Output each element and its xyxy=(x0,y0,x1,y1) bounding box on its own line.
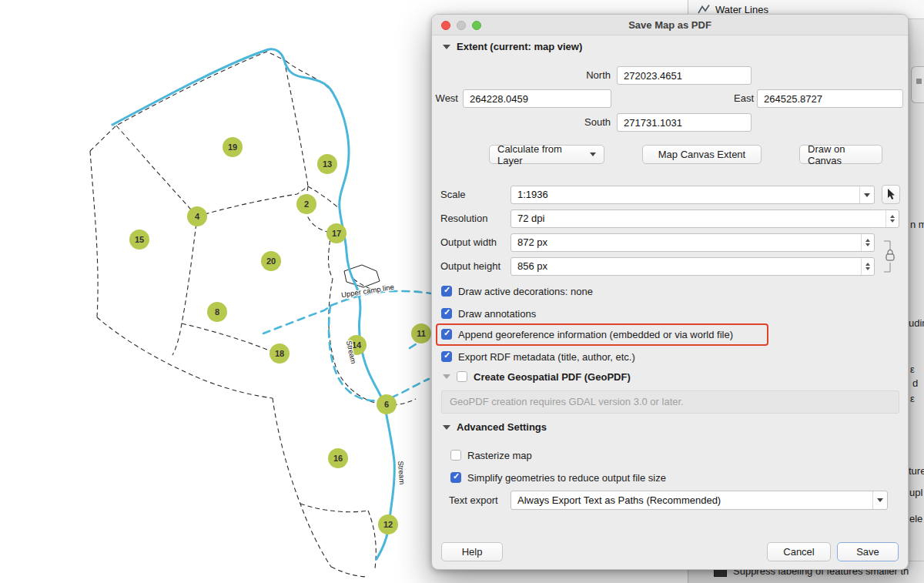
output-width-value: 872 px xyxy=(517,234,855,251)
dropdown-arrow-icon xyxy=(590,152,596,156)
checkbox-box xyxy=(441,308,452,319)
set-scale-from-canvas-button[interactable] xyxy=(882,185,900,204)
checkbox-label: Draw active decorations: none xyxy=(458,286,593,297)
parcel-boundary xyxy=(116,126,197,216)
parcel-boundary xyxy=(273,398,331,567)
lock-aspect-ratio-icon[interactable] xyxy=(882,236,896,276)
checkbox-label: Export RDF metadata (title, author, etc.… xyxy=(458,351,635,363)
panel-widget-fragment xyxy=(916,79,922,84)
checkbox-box xyxy=(441,351,452,362)
dialog-titlebar[interactable]: Save Map as PDF xyxy=(432,15,908,35)
advanced-settings-label: Advanced Settings xyxy=(457,421,547,433)
checkbox-draw-active-decorations[interactable]: Draw active decorations: none xyxy=(441,283,593,299)
checkbox-label: Append georeference information (embedde… xyxy=(458,329,733,340)
draw-on-canvas-button[interactable]: Draw on Canvas xyxy=(799,145,882,164)
clipped-text-fragment: ε xyxy=(910,364,915,375)
text-export-value: Always Export Text as Paths (Recommended… xyxy=(517,491,869,509)
east-input[interactable] xyxy=(757,89,903,108)
output-height-label: Output height xyxy=(440,257,500,276)
screen: 191324171520811141861612Upper camp lineS… xyxy=(0,0,924,583)
parcel-boundary xyxy=(331,567,367,577)
checkbox-append-georeference[interactable]: Append georeference information (embedde… xyxy=(441,327,733,342)
map-marker-number: 19 xyxy=(228,142,237,152)
collapse-triangle-icon[interactable] xyxy=(443,45,450,49)
east-label: East xyxy=(723,89,754,108)
resolution-spinbox[interactable]: 72 dpi xyxy=(511,209,899,228)
parcel-boundary xyxy=(97,317,273,398)
extent-header-label: Extent (current: map view) xyxy=(457,41,582,52)
map-text-label: Stream xyxy=(397,461,407,484)
advanced-settings-header[interactable]: Advanced Settings xyxy=(443,421,547,433)
checkbox-rasterize-map[interactable]: Rasterize map xyxy=(450,447,532,463)
parcel-boundary xyxy=(284,60,308,186)
map-marker-number: 2 xyxy=(304,199,309,209)
help-button[interactable]: Help xyxy=(441,542,503,561)
checkbox-label: Create Geospatial PDF (GeoPDF) xyxy=(474,371,631,383)
west-input[interactable] xyxy=(463,89,611,108)
checkbox-box xyxy=(450,450,461,461)
chevron-down-icon[interactable] xyxy=(859,186,874,203)
output-width-label: Output width xyxy=(440,233,497,252)
resolution-value: 72 dpi xyxy=(517,210,880,227)
checkbox-box xyxy=(457,371,467,382)
parcel-boundary xyxy=(172,216,197,355)
stream-line-dashed xyxy=(263,306,330,333)
checkbox-label: Draw annotations xyxy=(458,308,536,320)
map-marker-number: 15 xyxy=(135,235,144,244)
scale-combobox[interactable]: 1:1936 xyxy=(511,186,875,204)
save-label: Save xyxy=(856,546,879,558)
collapse-triangle-icon[interactable] xyxy=(443,425,450,430)
checkbox-label: Rasterize map xyxy=(467,450,532,461)
checkbox-label: Simplify geometries to reduce output fil… xyxy=(467,472,666,484)
map-text-label: Upper camp line xyxy=(340,283,394,300)
map-marker-number: 12 xyxy=(383,520,393,529)
map-marker-number: 11 xyxy=(417,329,426,338)
cancel-label: Cancel xyxy=(783,546,814,558)
checkbox-create-geospatial-pdf[interactable]: Create Geospatial PDF (GeoPDF) xyxy=(443,369,631,384)
north-input[interactable] xyxy=(617,66,752,85)
map-marker-number: 20 xyxy=(266,256,276,266)
south-label: South xyxy=(540,113,611,132)
help-label: Help xyxy=(462,546,483,558)
cursor-icon xyxy=(886,189,896,200)
parcel-boundary xyxy=(368,511,376,568)
parcel-boundary xyxy=(286,61,333,93)
save-map-as-pdf-dialog: Save Map as PDF Extent (current: map vie… xyxy=(431,14,909,570)
map-marker-number: 17 xyxy=(332,229,341,238)
calculate-from-layer-button[interactable]: Calculate from Layer xyxy=(489,145,604,164)
cancel-button[interactable]: Cancel xyxy=(767,542,831,561)
map-canvas-extent-button[interactable]: Map Canvas Extent xyxy=(642,145,762,164)
stream-line xyxy=(112,49,394,559)
map-marker-number: 16 xyxy=(333,454,343,463)
checkbox-box xyxy=(441,329,452,340)
output-width-spinbox[interactable]: 872 px xyxy=(511,233,875,252)
draw-on-canvas-label: Draw on Canvas xyxy=(808,143,874,166)
spinner-arrows-icon[interactable] xyxy=(861,258,874,275)
collapse-triangle-icon[interactable] xyxy=(443,374,450,379)
chevron-down-icon[interactable] xyxy=(872,491,887,509)
map-marker-number: 4 xyxy=(195,212,200,221)
map-marker-number: 18 xyxy=(275,349,284,358)
dialog-title: Save Map as PDF xyxy=(432,15,908,35)
scale-label: Scale xyxy=(440,186,466,204)
parcel-boundary xyxy=(90,151,98,317)
output-height-value: 856 px xyxy=(517,258,855,275)
output-height-spinbox[interactable]: 856 px xyxy=(511,257,875,276)
south-input[interactable] xyxy=(617,113,752,132)
save-button[interactable]: Save xyxy=(837,542,899,561)
text-export-dropdown[interactable]: Always Export Text as Paths (Recommended… xyxy=(511,491,888,510)
parcel-boundary xyxy=(90,52,286,151)
map-marker-number: 6 xyxy=(384,400,389,409)
checkbox-export-rdf-metadata[interactable]: Export RDF metadata (title, author, etc.… xyxy=(441,349,635,364)
checkbox-draw-annotations[interactable]: Draw annotations xyxy=(441,306,536,321)
map-marker-number: 13 xyxy=(323,159,332,169)
spinner-arrows-icon[interactable] xyxy=(861,234,874,251)
checkbox-simplify-geometries[interactable]: Simplify geometries to reduce output fil… xyxy=(450,470,666,485)
stream-line-dashed xyxy=(329,306,429,400)
extent-section-header[interactable]: Extent (current: map view) xyxy=(443,41,582,52)
parcel-boundary xyxy=(182,323,271,351)
north-label: North xyxy=(540,66,611,85)
spinner-arrows-icon[interactable] xyxy=(886,210,899,227)
text-export-label: Text export xyxy=(449,491,498,510)
clipped-text-fragment: n m xyxy=(910,219,924,230)
